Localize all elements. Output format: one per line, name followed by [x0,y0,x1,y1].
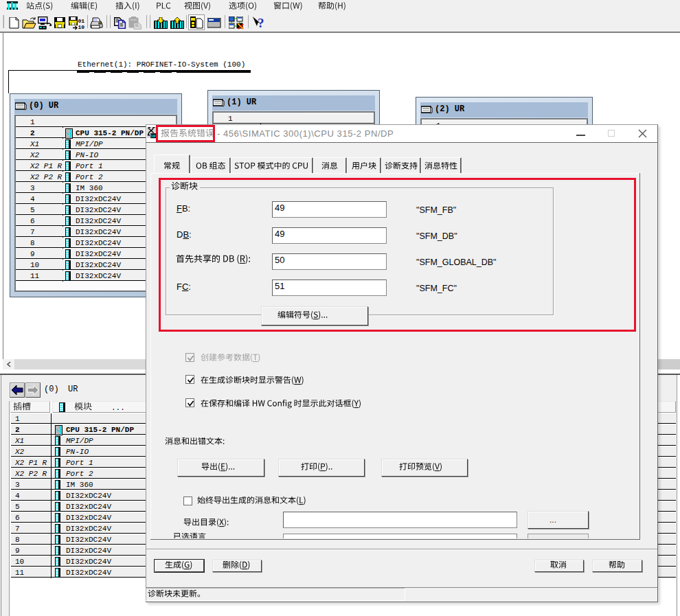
svg-text:01: 01 [78,18,85,24]
svg-text:SIM: SIM [151,134,156,138]
svg-text:10: 10 [78,24,85,30]
svg-text:?: ? [258,16,264,30]
